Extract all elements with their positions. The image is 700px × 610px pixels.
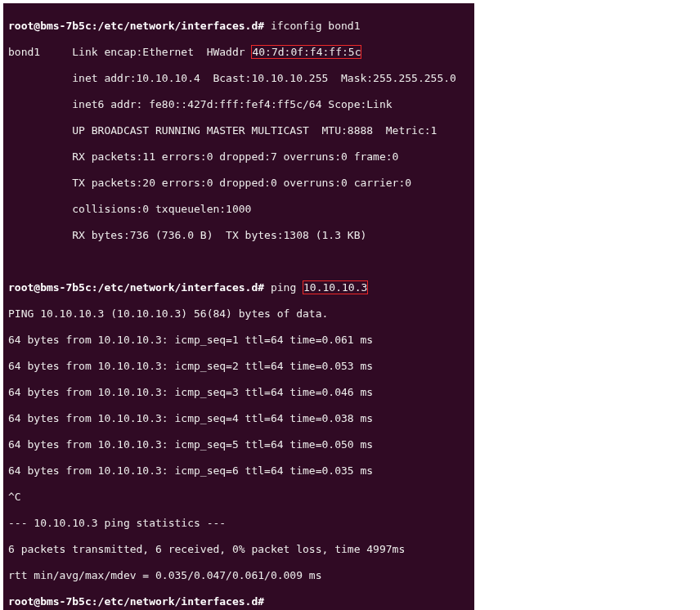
highlight-hwaddr: 40:7d:0f:f4:ff:5c bbox=[251, 45, 361, 59]
ping-out: 64 bytes from 10.10.10.3: icmp_seq=2 ttl… bbox=[8, 360, 469, 373]
ifconfig-out: TX packets:20 errors:0 dropped:0 overrun… bbox=[8, 177, 469, 190]
ifconfig-out: inet6 addr: fe80::427d:fff:fef4:ff5c/64 … bbox=[8, 98, 469, 111]
ping-out: PING 10.10.10.3 (10.10.10.3) 56(84) byte… bbox=[8, 307, 469, 321]
ping-stats: rtt min/avg/max/mdev = 0.035/0.047/0.061… bbox=[8, 569, 469, 582]
ifconfig-out: UP BROADCAST RUNNING MASTER MULTICAST MT… bbox=[8, 124, 469, 137]
terminal-1[interactable]: root@bms-7b5c:/etc/network/interfaces.d#… bbox=[3, 3, 474, 610]
ping-out: 64 bytes from 10.10.10.3: icmp_seq=1 ttl… bbox=[8, 334, 469, 347]
ifconfig-out: RX bytes:736 (736.0 B) TX bytes:1308 (1.… bbox=[8, 229, 469, 242]
ifconfig-out: bond1 Link encap:Ethernet HWaddr 40:7d:0… bbox=[8, 46, 469, 59]
cmd-ifconfig: ifconfig bond1 bbox=[271, 20, 361, 32]
ping-out: 64 bytes from 10.10.10.3: icmp_seq=5 ttl… bbox=[8, 438, 469, 451]
prompt: root@bms-7b5c:/etc/network/interfaces.d# bbox=[8, 20, 264, 32]
ctrl-c: ^C bbox=[8, 491, 469, 504]
ping-stats: --- 10.10.10.3 ping statistics --- bbox=[8, 517, 469, 530]
prompt: root@bms-7b5c:/etc/network/interfaces.d# bbox=[8, 281, 264, 294]
ping-out: 64 bytes from 10.10.10.3: icmp_seq=3 ttl… bbox=[8, 386, 469, 399]
prompt-line: root@bms-7b5c:/etc/network/interfaces.d# bbox=[8, 595, 469, 608]
cmd-line: root@bms-7b5c:/etc/network/interfaces.d#… bbox=[8, 20, 469, 33]
prompt: root@bms-7b5c:/etc/network/interfaces.d# bbox=[8, 595, 264, 608]
ping-out: 64 bytes from 10.10.10.3: icmp_seq=6 ttl… bbox=[8, 464, 469, 478]
ifconfig-out: inet addr:10.10.10.4 Bcast:10.10.10.255 … bbox=[8, 72, 469, 85]
ifconfig-out: RX packets:11 errors:0 dropped:7 overrun… bbox=[8, 150, 469, 164]
cmd-line: root@bms-7b5c:/etc/network/interfaces.d#… bbox=[8, 281, 469, 294]
ping-stats: 6 packets transmitted, 6 received, 0% pa… bbox=[8, 543, 469, 556]
ifconfig-out: collisions:0 txqueuelen:1000 bbox=[8, 203, 469, 216]
ping-out: 64 bytes from 10.10.10.3: icmp_seq=4 ttl… bbox=[8, 412, 469, 425]
highlight-ping-ip: 10.10.10.3 bbox=[303, 280, 368, 294]
